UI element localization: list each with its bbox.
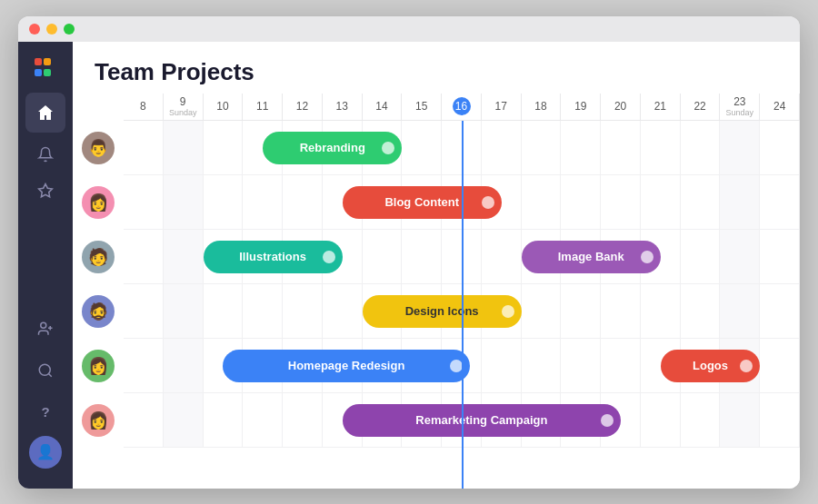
app-logo [29, 53, 62, 85]
sidebar-item-search[interactable] [25, 352, 65, 389]
gantt-wrapper: 👨 👩 🧑 🧔 👩 👩 [73, 94, 800, 489]
timeline-day-21: 21 [641, 94, 681, 120]
avatar-row-3: 🧔 [73, 284, 124, 339]
timeline-day-17: 17 [482, 94, 522, 120]
avatar-row-2: 🧑 [73, 230, 124, 284]
timeline-day-10: 10 [204, 94, 244, 120]
timeline-day-14: 14 [363, 94, 403, 120]
task-bar-5[interactable]: Homepage Redesign [223, 350, 469, 382]
svg-rect-0 [35, 58, 42, 65]
gantt-chart: 89Sunday1011121314151617181920212223Sund… [124, 94, 800, 489]
avatar-0: 👨 [82, 132, 115, 164]
sidebar-item-add-user[interactable] [25, 311, 65, 347]
task-label-0: Rebranding [300, 141, 365, 154]
task-bar-6[interactable]: Logos [661, 350, 760, 382]
app-window: ? 👤 Team Projects 👨 👩 [18, 16, 800, 489]
timeline-day-19: 19 [561, 94, 601, 120]
gantt-rows: RebrandingBlog ContentIllustrationsImage… [124, 121, 800, 489]
sidebar-item-home[interactable] [25, 93, 65, 133]
timeline-day-22: 22 [681, 94, 721, 120]
sidebar-item-help[interactable]: ? [25, 394, 65, 430]
minimize-button[interactable] [46, 24, 57, 35]
logo-icon [33, 56, 58, 82]
task-label-4: Design Icons [405, 304, 479, 318]
timeline-day-11: 11 [243, 94, 283, 120]
task-bar-4[interactable]: Design Icons [363, 295, 522, 328]
task-end-dot-3 [641, 251, 653, 263]
task-bar-0[interactable]: Rebranding [263, 132, 402, 164]
task-end-dot-0 [382, 142, 394, 154]
task-bar-1[interactable]: Blog Content [343, 186, 502, 219]
search-icon [37, 362, 54, 379]
task-end-dot-2 [323, 251, 335, 263]
task-bar-7[interactable]: Remarketing Campaign [343, 404, 621, 437]
task-label-7: Remarketing Campaign [415, 413, 547, 427]
svg-point-5 [41, 322, 46, 328]
svg-rect-1 [44, 58, 51, 65]
task-label-6: Logos [693, 359, 728, 372]
avatar-4: 👩 [82, 350, 115, 382]
today-line [462, 121, 464, 489]
sidebar: ? 👤 [18, 42, 73, 489]
timeline-day-9: 9Sunday [164, 94, 204, 120]
timeline-day-20: 20 [601, 94, 641, 120]
task-label-5: Homepage Redesign [288, 359, 405, 372]
page-header: Team Projects [73, 42, 800, 94]
svg-line-9 [48, 373, 51, 376]
task-bar-2[interactable]: Illustrations [204, 241, 343, 273]
task-bar-3[interactable]: Image Bank [522, 241, 661, 273]
content-area: ? 👤 Team Projects 👨 👩 [18, 42, 800, 489]
timeline-day-12: 12 [283, 94, 323, 120]
timeline-day-16: 16 [442, 94, 482, 120]
svg-point-8 [39, 364, 50, 375]
svg-rect-3 [44, 69, 51, 76]
timeline-day-15: 15 [402, 94, 442, 120]
task-end-dot-5 [450, 360, 463, 372]
avatar-1: 👩 [82, 186, 115, 219]
user-avatar[interactable]: 👤 [29, 436, 62, 469]
avatar-row-4: 👩 [73, 339, 124, 393]
task-end-dot-4 [502, 305, 514, 318]
avatar-5: 👩 [82, 404, 115, 437]
sidebar-item-notifications[interactable] [25, 136, 65, 173]
close-button[interactable] [29, 24, 40, 35]
timeline-day-24: 24 [760, 94, 800, 120]
timeline-day-18: 18 [522, 94, 562, 120]
task-end-dot-1 [482, 196, 494, 209]
avatar-row-1: 👩 [73, 175, 124, 230]
main-content: Team Projects 👨 👩 🧑 🧔 [73, 42, 800, 489]
task-end-dot-7 [601, 414, 614, 427]
bell-icon [37, 146, 54, 163]
timeline-day-13: 13 [323, 94, 363, 120]
timeline-day-8: 8 [124, 94, 164, 120]
task-end-dot-6 [740, 360, 753, 372]
home-icon [36, 104, 55, 122]
avatar-row-5: 👩 [73, 393, 124, 448]
maximize-button[interactable] [64, 24, 75, 35]
svg-marker-4 [39, 183, 53, 196]
timeline-header: 89Sunday1011121314151617181920212223Sund… [124, 94, 800, 121]
sidebar-bottom: ? 👤 [25, 311, 65, 478]
task-label-2: Illustrations [239, 250, 306, 263]
page-title: Team Projects [95, 58, 778, 86]
titlebar [18, 16, 800, 42]
star-icon [37, 183, 54, 199]
avatar-row-0: 👨 [73, 121, 124, 175]
task-label-3: Image Bank [558, 250, 624, 263]
avatar-3: 🧔 [82, 295, 115, 328]
row-avatars: 👨 👩 🧑 🧔 👩 👩 [73, 94, 124, 489]
sidebar-item-favorites[interactable] [25, 173, 65, 209]
task-label-1: Blog Content [384, 195, 459, 209]
avatar-2: 🧑 [82, 241, 115, 273]
timeline-day-23: 23Sunday [720, 94, 760, 120]
svg-rect-2 [35, 69, 42, 76]
add-user-icon [37, 321, 54, 337]
